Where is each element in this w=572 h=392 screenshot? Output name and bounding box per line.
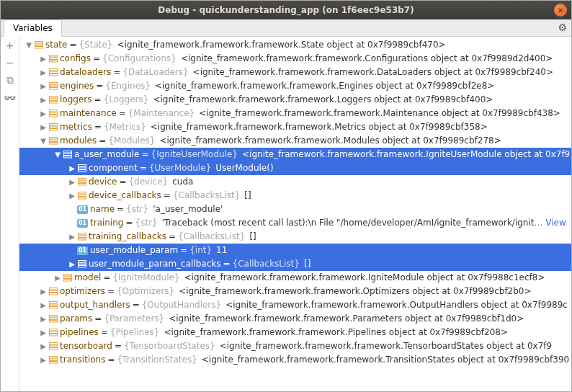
expand-arrow-icon[interactable]: ▶ bbox=[38, 79, 48, 93]
expand-arrow-icon[interactable]: ▼ bbox=[38, 134, 48, 148]
tree-row[interactable]: ▶engines = {Engines} <ignite_framework.f… bbox=[19, 79, 571, 93]
svg-rect-16 bbox=[50, 112, 58, 115]
var-type: {TransitionStates} bbox=[117, 353, 197, 367]
var-type: {Parameters} bbox=[104, 312, 164, 326]
object-icon bbox=[48, 55, 58, 63]
tree-row[interactable]: 01name = {str} 'a_user_module' bbox=[19, 202, 571, 216]
svg-rect-20 bbox=[50, 129, 58, 131]
var-name: engines bbox=[60, 79, 94, 93]
svg-rect-5 bbox=[50, 61, 58, 63]
svg-rect-44 bbox=[64, 280, 72, 282]
expand-arrow-icon[interactable]: ▶ bbox=[67, 161, 77, 175]
object-icon bbox=[48, 342, 58, 351]
tree-row[interactable]: 01user_module_param = {int} 11 bbox=[19, 244, 571, 257]
titlebar: Debug - quickunderstanding_app (on 1f6ee… bbox=[1, 1, 571, 19]
expand-arrow-icon[interactable]: ▼ bbox=[53, 148, 63, 161]
tree-row[interactable]: ▶configs = {Configurations} <ignite_fram… bbox=[19, 52, 571, 66]
var-type: {IgniteModule} bbox=[112, 271, 179, 285]
expand-arrow-icon[interactable]: ▶ bbox=[53, 271, 63, 285]
object-icon bbox=[77, 260, 87, 269]
expand-arrow-icon[interactable]: ▶ bbox=[38, 120, 48, 134]
tree-row[interactable]: ▶device = {device} cuda bbox=[19, 175, 571, 189]
tree-row[interactable]: ▶tensorboard = {TensorboardStates} <igni… bbox=[19, 339, 571, 353]
tree-row[interactable]: 01training = {str} 'Traceback (most rece… bbox=[19, 216, 571, 230]
object-icon bbox=[77, 192, 87, 200]
expand-arrow-icon[interactable]: ▶ bbox=[38, 353, 48, 367]
expand-arrow-icon[interactable]: ▶ bbox=[38, 93, 48, 107]
svg-rect-1 bbox=[35, 44, 43, 46]
svg-rect-53 bbox=[50, 321, 58, 323]
var-name: modules bbox=[60, 134, 97, 148]
tree-row[interactable]: ▼a_user_module = {IgniteUserModule} <ign… bbox=[19, 148, 571, 161]
var-value: <ignite_framework.framework.framework.Me… bbox=[151, 120, 488, 134]
var-type: {Engines} bbox=[105, 79, 151, 93]
svg-rect-12 bbox=[50, 97, 58, 99]
object-icon bbox=[48, 288, 58, 296]
tree-row[interactable]: ▶pipelines = {Pipelines} <ignite_framewo… bbox=[19, 326, 571, 339]
svg-rect-26 bbox=[64, 156, 72, 159]
tree-row[interactable]: ▼modules = {Modules} <ignite_framework.f… bbox=[19, 134, 571, 148]
var-type: {UserModule} bbox=[149, 161, 211, 175]
view-link[interactable]: … View bbox=[534, 216, 566, 230]
copy-button[interactable]: ⧉ bbox=[6, 74, 14, 86]
svg-rect-33 bbox=[79, 192, 86, 195]
expand-arrow-icon[interactable]: ▶ bbox=[38, 66, 48, 79]
tree-row[interactable]: ▶metrics = {Metrics} <ignite_framework.f… bbox=[19, 120, 571, 134]
expand-arrow-icon[interactable]: ▶ bbox=[38, 298, 48, 312]
tree-row[interactable]: ▶training_callbacks = {CallbacksList} [] bbox=[19, 230, 571, 244]
object-icon bbox=[34, 41, 44, 50]
svg-rect-55 bbox=[50, 331, 58, 334]
expand-arrow-icon[interactable]: ▼ bbox=[24, 38, 34, 52]
tab-variables[interactable]: Variables bbox=[4, 19, 62, 37]
close-button[interactable]: ✕ bbox=[554, 4, 567, 17]
svg-rect-48 bbox=[50, 302, 58, 304]
var-value: [] bbox=[249, 230, 256, 244]
panel-settings-icon[interactable]: ⚙ bbox=[558, 22, 567, 33]
remove-watch-button[interactable]: − bbox=[6, 57, 14, 68]
expand-arrow-icon[interactable]: ▶ bbox=[38, 312, 48, 326]
tree-row[interactable]: ▶transitions = {TransitionStates} <ignit… bbox=[19, 353, 571, 367]
tree-row[interactable]: ▶device_callbacks = {CallbacksList} [] bbox=[19, 189, 571, 202]
var-value: cuda bbox=[172, 175, 193, 189]
var-value: UserModule() bbox=[215, 161, 273, 175]
svg-rect-56 bbox=[50, 334, 58, 337]
svg-rect-7 bbox=[50, 71, 58, 74]
expand-arrow-icon[interactable]: ▶ bbox=[67, 230, 77, 244]
expand-arrow-icon[interactable]: ▶ bbox=[67, 189, 77, 202]
svg-rect-9 bbox=[50, 83, 58, 85]
object-icon bbox=[63, 151, 73, 159]
var-name: name bbox=[90, 202, 115, 216]
expand-arrow-icon[interactable]: ▶ bbox=[38, 326, 48, 339]
variables-tree[interactable]: ▼state = {State} <ignite_framework.frame… bbox=[19, 37, 571, 391]
expand-arrow-icon[interactable]: ▶ bbox=[38, 285, 48, 298]
tree-row[interactable]: ▶loggers = {Loggers} <ignite_framework.f… bbox=[19, 93, 571, 107]
object-icon bbox=[48, 110, 58, 118]
tree-row[interactable]: ▶dataloaders = {DataLoaders} <ignite_fra… bbox=[19, 66, 571, 79]
tree-row[interactable]: ▶model = {IgniteModule} <ignite_framewor… bbox=[19, 271, 571, 285]
expand-arrow-icon[interactable]: ▶ bbox=[38, 339, 48, 353]
tree-row[interactable]: ▶params = {Parameters} <ignite_framework… bbox=[19, 312, 571, 326]
var-value: <ignite_framework.framework.framework.St… bbox=[117, 38, 446, 52]
tree-row[interactable]: ▶maintenance = {Maintenance} <ignite_fra… bbox=[19, 107, 571, 120]
svg-rect-8 bbox=[50, 74, 58, 76]
var-value: 'a_user_module' bbox=[153, 202, 223, 216]
var-type: {Maintenance} bbox=[128, 107, 195, 120]
tree-row[interactable]: ▶user_module_param_callbacks = {Callback… bbox=[19, 257, 571, 271]
view-button[interactable]: 👓 bbox=[4, 92, 16, 104]
expand-arrow-icon[interactable]: ▶ bbox=[67, 175, 77, 189]
svg-rect-22 bbox=[50, 140, 58, 142]
expand-arrow-icon[interactable]: ▶ bbox=[67, 257, 77, 271]
tree-row[interactable]: ▶optimizers = {Optimizers} <ignite_frame… bbox=[19, 285, 571, 298]
tree-row[interactable]: ▼state = {State} <ignite_framework.frame… bbox=[19, 38, 571, 52]
svg-rect-50 bbox=[50, 307, 58, 309]
expand-arrow-icon[interactable]: ▶ bbox=[38, 107, 48, 120]
var-name: optimizers bbox=[60, 285, 105, 298]
svg-rect-13 bbox=[50, 99, 58, 101]
svg-rect-62 bbox=[50, 362, 58, 364]
add-watch-button[interactable]: + bbox=[6, 40, 14, 51]
svg-rect-40 bbox=[79, 263, 86, 265]
svg-rect-52 bbox=[50, 318, 58, 320]
expand-arrow-icon[interactable]: ▶ bbox=[38, 52, 48, 66]
tree-row[interactable]: ▶component = {UserModule} UserModule() bbox=[19, 161, 571, 175]
tree-row[interactable]: ▶output_handlers = {OutputHandlers} <ign… bbox=[19, 298, 571, 312]
